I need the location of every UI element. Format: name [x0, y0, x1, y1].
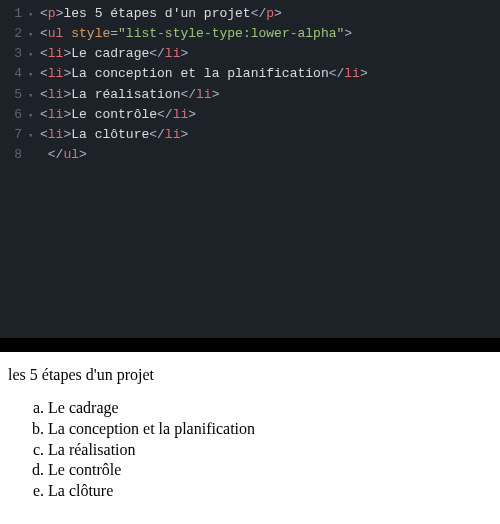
fold-icon[interactable]: ▾: [28, 49, 40, 63]
line-number: 4: [0, 64, 28, 84]
code-content[interactable]: <ul style="list-style-type:lower-alpha">: [40, 24, 352, 44]
preview-pane: les 5 étapes d'un projet Le cadrageLa co…: [0, 352, 500, 524]
list-item: Le contrôle: [48, 460, 492, 481]
line-number: 5: [0, 85, 28, 105]
code-line[interactable]: 2▾<ul style="list-style-type:lower-alpha…: [0, 24, 500, 44]
fold-icon[interactable]: ▾: [28, 90, 40, 104]
code-line[interactable]: 7▾<li>La clôture</li>: [0, 125, 500, 145]
code-content[interactable]: <li>La conception et la planification</l…: [40, 64, 368, 84]
line-number: 8: [0, 145, 28, 165]
list-item: La conception et la planification: [48, 419, 492, 440]
fold-icon[interactable]: ▾: [28, 69, 40, 83]
line-number: 1: [0, 4, 28, 24]
line-number: 3: [0, 44, 28, 64]
list-item: Le cadrage: [48, 398, 492, 419]
code-line[interactable]: 1▾<p>les 5 étapes d'un projet</p>: [0, 4, 500, 24]
code-editor-pane[interactable]: 1▾<p>les 5 étapes d'un projet</p>2▾<ul s…: [0, 0, 500, 338]
code-content[interactable]: <p>les 5 étapes d'un projet</p>: [40, 4, 282, 24]
line-number: 6: [0, 105, 28, 125]
line-number: 2: [0, 24, 28, 44]
code-line[interactable]: 5▾<li>La réalisation</li>: [0, 85, 500, 105]
code-line[interactable]: 4▾<li>La conception et la planification<…: [0, 64, 500, 84]
fold-icon[interactable]: ▾: [28, 130, 40, 144]
code-content[interactable]: </ul>: [40, 145, 87, 165]
code-line[interactable]: 8 </ul>: [0, 145, 500, 165]
pane-divider[interactable]: [0, 338, 500, 352]
code-line[interactable]: 6▾<li>Le contrôle</li>: [0, 105, 500, 125]
line-number: 7: [0, 125, 28, 145]
list-item: La clôture: [48, 481, 492, 502]
code-content[interactable]: <li>La réalisation</li>: [40, 85, 219, 105]
fold-icon[interactable]: ▾: [28, 9, 40, 23]
list-item: La réalisation: [48, 440, 492, 461]
fold-icon[interactable]: ▾: [28, 29, 40, 43]
preview-list: Le cadrageLa conception et la planificat…: [8, 398, 492, 502]
preview-heading: les 5 étapes d'un projet: [8, 366, 492, 384]
code-content[interactable]: <li>La clôture</li>: [40, 125, 188, 145]
fold-icon[interactable]: ▾: [28, 110, 40, 124]
code-content[interactable]: <li>Le contrôle</li>: [40, 105, 196, 125]
code-line[interactable]: 3▾<li>Le cadrage</li>: [0, 44, 500, 64]
code-content[interactable]: <li>Le cadrage</li>: [40, 44, 188, 64]
